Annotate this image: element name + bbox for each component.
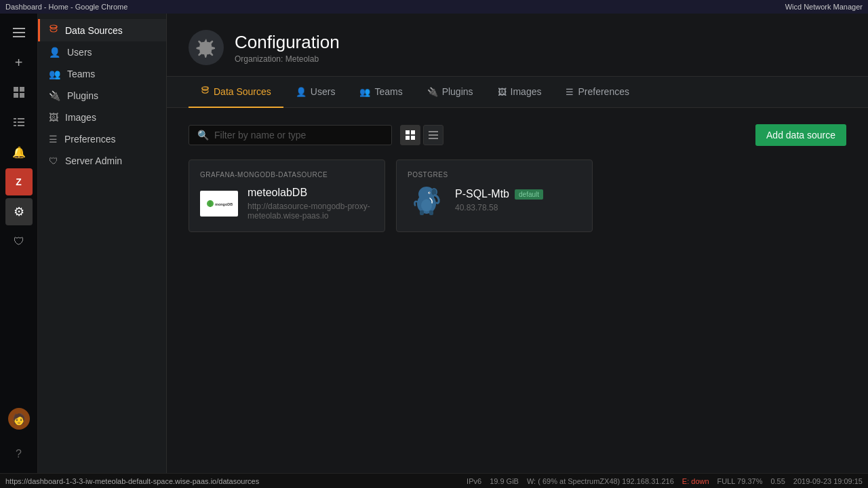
status-load: 0.55 bbox=[770, 477, 785, 485]
sidebar-item-teams[interactable]: 👥 Teams bbox=[38, 63, 166, 85]
status-url: https://dashboard-1-3-3-iw-meteolab-defa… bbox=[5, 477, 259, 485]
search-input[interactable] bbox=[214, 130, 383, 140]
list-view-button[interactable] bbox=[423, 125, 443, 145]
config-gear-button[interactable]: ⚙ bbox=[5, 198, 33, 225]
tab-users[interactable]: 👤 Users bbox=[283, 77, 348, 108]
tab-users-icon: 👤 bbox=[296, 87, 307, 97]
svg-rect-19 bbox=[411, 136, 415, 140]
svg-rect-1 bbox=[13, 32, 25, 33]
content-area: 🔍 bbox=[167, 108, 868, 473]
svg-point-13 bbox=[50, 25, 57, 28]
default-badge: default bbox=[515, 189, 543, 200]
search-icon: 🔍 bbox=[197, 130, 209, 140]
sidebar-item-users[interactable]: 👤 Users bbox=[38, 41, 166, 63]
ds-info-postgres: P-SQL-Mtb default 40.83.78.58 bbox=[455, 188, 581, 212]
os-window-title: Dashboard - Home - Google Chrome bbox=[5, 3, 127, 11]
status-wifi: W: ( 69% at SpectrumZX48) 192.168.31.216 bbox=[527, 477, 674, 485]
shield-button[interactable]: 🛡 bbox=[5, 228, 33, 255]
sidebar-plugins-label: Plugins bbox=[67, 90, 98, 101]
toolbar: 🔍 bbox=[189, 124, 846, 146]
tab-data-sources-icon bbox=[201, 86, 210, 97]
tab-images[interactable]: 🖼 Images bbox=[486, 77, 554, 108]
svg-rect-33 bbox=[420, 210, 424, 215]
svg-point-35 bbox=[421, 200, 432, 212]
icon-rail: + 🔔 Z ⚙ 🛡 🧑 ? bbox=[0, 14, 38, 473]
svg-point-15 bbox=[202, 87, 208, 90]
status-right: IPv6 19.9 GiB W: ( 69% at SpectrumZX48) … bbox=[467, 477, 863, 485]
svg-rect-5 bbox=[14, 93, 18, 98]
grid-view-button[interactable] bbox=[400, 125, 420, 145]
add-datasource-button[interactable]: Add data source bbox=[755, 124, 846, 146]
users-icon: 👤 bbox=[49, 47, 60, 58]
svg-point-32 bbox=[429, 192, 431, 193]
server-admin-icon: 🛡 bbox=[49, 155, 58, 166]
ds-body-postgres: P-SQL-Mtb default 40.83.78.58 bbox=[408, 187, 581, 214]
svg-rect-7 bbox=[14, 118, 16, 119]
datasource-card-mongodb[interactable]: GRAFANA-MONGODB-DATASOURCE mong bbox=[189, 159, 385, 232]
svg-rect-12 bbox=[18, 125, 24, 126]
status-storage: 19.9 GiB bbox=[490, 477, 519, 485]
view-toggle bbox=[400, 125, 443, 145]
status-power: FULL 79.37% bbox=[717, 477, 763, 485]
svg-rect-17 bbox=[411, 130, 415, 134]
svg-rect-18 bbox=[406, 136, 410, 140]
tab-teams-label: Teams bbox=[374, 86, 402, 97]
user-avatar[interactable]: 🧑 bbox=[8, 408, 30, 430]
sidebar-users-label: Users bbox=[67, 47, 92, 58]
tab-preferences[interactable]: ☰ Preferences bbox=[553, 77, 641, 108]
config-gear-icon bbox=[189, 30, 224, 65]
tab-teams[interactable]: 👥 Teams bbox=[347, 77, 414, 108]
svg-point-30 bbox=[432, 189, 437, 195]
bell-button[interactable]: 🔔 bbox=[5, 138, 33, 166]
sidebar-data-sources-label: Data Sources bbox=[65, 25, 123, 36]
status-bar: https://dashboard-1-3-3-iw-meteolab-defa… bbox=[0, 473, 868, 488]
sidebar-item-data-sources[interactable]: Data Sources bbox=[38, 19, 166, 41]
tab-teams-icon: 👥 bbox=[359, 87, 370, 97]
datasource-card-postgres[interactable]: POSTGRES bbox=[396, 159, 593, 232]
ds-name-postgres: P-SQL-Mtb default bbox=[455, 188, 581, 200]
svg-rect-6 bbox=[20, 93, 24, 98]
ds-url-mongodb: http://datasource-mongodb-proxy-meteolab… bbox=[248, 202, 374, 221]
tab-users-label: Users bbox=[311, 86, 336, 97]
config-title: Configuration bbox=[235, 32, 340, 53]
sidebar-images-label: Images bbox=[65, 112, 96, 123]
tab-plugins-icon: 🔌 bbox=[427, 87, 438, 97]
sidebar-item-server-admin[interactable]: 🛡 Server Admin bbox=[38, 150, 166, 172]
tab-plugins[interactable]: 🔌 Plugins bbox=[415, 77, 486, 108]
postgres-logo bbox=[408, 187, 446, 214]
sidebar-item-plugins[interactable]: 🔌 Plugins bbox=[38, 85, 166, 107]
sidebar-item-images[interactable]: 🖼 Images bbox=[38, 107, 166, 128]
svg-rect-22 bbox=[429, 138, 438, 139]
status-datetime: 2019-09-23 19:09:15 bbox=[793, 477, 863, 485]
os-title-bar: Dashboard - Home - Google Chrome Wicd Ne… bbox=[0, 0, 868, 14]
menu-toggle-button[interactable] bbox=[5, 19, 33, 46]
help-button[interactable]: ? bbox=[5, 440, 33, 468]
os-tray-title: Wicd Network Manager bbox=[785, 3, 863, 11]
search-box[interactable]: 🔍 bbox=[189, 125, 392, 145]
datasource-cards-grid: GRAFANA-MONGODB-DATASOURCE mong bbox=[189, 159, 846, 232]
tab-images-icon: 🖼 bbox=[498, 87, 507, 97]
svg-rect-21 bbox=[429, 134, 438, 136]
ds-body-mongodb: mongoDB meteolabDB http://datasource-mon… bbox=[200, 187, 374, 221]
list-view-button[interactable] bbox=[5, 109, 33, 136]
svg-rect-3 bbox=[14, 87, 18, 92]
sidebar-preferences-label: Preferences bbox=[64, 134, 115, 145]
new-button[interactable]: + bbox=[5, 49, 33, 76]
sidebar-item-preferences[interactable]: ☰ Preferences bbox=[38, 128, 166, 150]
tab-preferences-icon: ☰ bbox=[566, 87, 574, 97]
dashboard-button[interactable] bbox=[5, 79, 33, 106]
tab-data-sources[interactable]: Data Sources bbox=[189, 77, 283, 108]
svg-rect-9 bbox=[14, 121, 16, 123]
sidebar-teams-label: Teams bbox=[67, 69, 95, 79]
plugins-icon: 🔌 bbox=[49, 90, 60, 101]
tab-preferences-label: Preferences bbox=[578, 86, 629, 97]
z-badge-button[interactable]: Z bbox=[5, 168, 33, 195]
sidebar-server-admin-label: Server Admin bbox=[65, 155, 122, 166]
main-content: Configuration Organization: Meteolab Dat… bbox=[167, 14, 868, 473]
config-subtitle: Organization: Meteolab bbox=[235, 54, 340, 64]
svg-rect-0 bbox=[13, 28, 25, 29]
teams-icon: 👥 bbox=[49, 69, 60, 79]
config-header: Configuration Organization: Meteolab bbox=[167, 14, 868, 77]
sidebar: Data Sources 👤 Users 👥 Teams 🔌 Plugins 🖼… bbox=[38, 14, 167, 473]
data-sources-icon bbox=[49, 24, 58, 36]
